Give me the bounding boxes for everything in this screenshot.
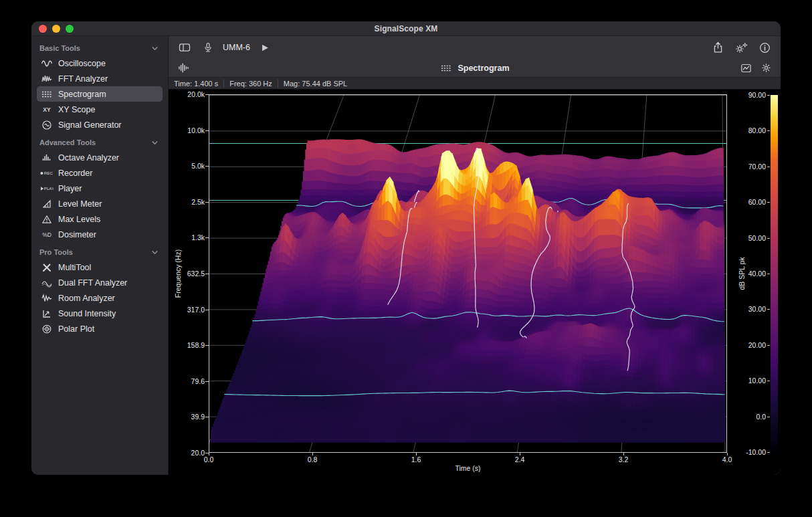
sidebar-item-recorder[interactable]: RECRecorder bbox=[37, 165, 163, 181]
sound-intensity-icon bbox=[40, 308, 54, 319]
sidebar-item-oscilloscope[interactable]: Oscilloscope bbox=[37, 56, 163, 71]
sidebar-item-signal-generator[interactable]: Signal Generator bbox=[37, 117, 163, 132]
colorbar-tick-label: 50.00 bbox=[730, 234, 766, 242]
chart-display-icon[interactable] bbox=[739, 62, 752, 75]
colorbar-tick-mark bbox=[767, 202, 770, 203]
x-axis-label: Time (s) bbox=[209, 464, 727, 472]
sidebar-item-label: Level Meter bbox=[58, 199, 102, 209]
sidebar-item-polar-plot[interactable]: Polar Plot bbox=[37, 321, 163, 336]
input-device-label[interactable]: UMM-6 bbox=[223, 43, 250, 52]
view-header-actions bbox=[739, 62, 773, 75]
colorbar-tick-label: 70.00 bbox=[730, 163, 766, 171]
y-tick-label: 317.0 bbox=[170, 306, 205, 314]
sidebar-item-label: FFT Analyzer bbox=[58, 74, 108, 84]
cursor-readout-bar: Time: 1.400 s Freq: 360 Hz Mag: 75.44 dB… bbox=[169, 78, 781, 90]
view-title: Spectrogram bbox=[458, 64, 509, 73]
main-panel: UMM-6 Spectrogram bbox=[169, 36, 781, 475]
colorbar-tick-label: 80.00 bbox=[730, 126, 766, 134]
signal-generator-icon bbox=[40, 120, 54, 130]
colorbar-tick-label: 90.00 bbox=[730, 91, 766, 99]
colorbar-tick-mark bbox=[767, 309, 770, 310]
section-label: Advanced Tools bbox=[39, 138, 96, 146]
window-title: SignalScope XM bbox=[31, 24, 781, 33]
sidebar-item-label: Sound Intensity bbox=[58, 309, 116, 318]
sidebar-item-xy-scope[interactable]: XYXY Scope bbox=[37, 102, 163, 117]
octave-analyzer-icon bbox=[40, 152, 54, 163]
sidebar-item-room-analyzer[interactable]: Room Analyzer bbox=[37, 290, 163, 306]
svg-text:XY: XY bbox=[43, 106, 51, 113]
sidebar-item-label: XY Scope bbox=[58, 105, 95, 114]
chevron-down-icon[interactable] bbox=[148, 247, 161, 257]
y-tick-mark bbox=[205, 130, 209, 131]
sidebar-item-label: Max Levels bbox=[58, 215, 100, 224]
y-tick-mark bbox=[205, 345, 209, 346]
microphone-icon[interactable] bbox=[201, 41, 215, 54]
play-button[interactable] bbox=[258, 41, 272, 54]
colorbar-tick-mark bbox=[767, 167, 770, 167]
y-tick-label: 632.5 bbox=[170, 270, 205, 278]
y-tick-mark bbox=[205, 237, 209, 238]
x-tick-mark bbox=[312, 453, 313, 455]
sidebar-item-label: Polar Plot bbox=[58, 324, 94, 334]
window-content: Basic ToolsOscilloscopeFFT AnalyzerSpect… bbox=[31, 36, 781, 475]
section-header-basic-tools: Basic Tools bbox=[31, 38, 168, 56]
colorbar-tick-mark bbox=[767, 130, 770, 131]
info-icon[interactable] bbox=[758, 41, 771, 54]
cursor-time-readout: Time: 1.400 s bbox=[169, 80, 224, 88]
x-tick-label: 0.0 bbox=[194, 455, 223, 463]
minimize-button[interactable] bbox=[52, 25, 60, 33]
sidebar-item-octave-analyzer[interactable]: Octave Analyzer bbox=[37, 150, 163, 165]
zoom-button[interactable] bbox=[66, 25, 74, 33]
colorbar-tick-mark bbox=[767, 274, 770, 274]
colorbar-tick-mark bbox=[767, 417, 770, 417]
cursor-freq-readout: Freq: 360 Hz bbox=[224, 80, 278, 88]
sidebar-item-label: Dual FFT Analyzer bbox=[58, 278, 127, 288]
sidebar-item-max-levels[interactable]: Max Levels bbox=[37, 211, 163, 227]
x-tick-mark bbox=[416, 453, 417, 455]
sidebar-item-dual-fft-analyzer[interactable]: Dual FFT Analyzer bbox=[37, 275, 163, 290]
y-tick-mark bbox=[205, 166, 209, 167]
colorbar-tick-mark bbox=[767, 345, 770, 346]
x-tick-mark bbox=[520, 453, 520, 455]
colorbar-tick-mark bbox=[767, 238, 770, 239]
y-tick-label: 39.9 bbox=[170, 413, 205, 421]
x-tick-label: 2.4 bbox=[505, 455, 534, 463]
chevron-down-icon[interactable] bbox=[148, 43, 161, 54]
sidebar-item-dosimeter[interactable]: %DDosimeter bbox=[37, 227, 163, 242]
sidebar-item-multitool[interactable]: MultiTool bbox=[37, 260, 163, 275]
svg-text:PLAY: PLAY bbox=[44, 186, 54, 191]
svg-text:%D: %D bbox=[42, 231, 52, 238]
section-header-advanced-tools: Advanced Tools bbox=[31, 132, 168, 150]
spectrogram-canvas[interactable] bbox=[209, 95, 726, 452]
sidebar-item-label: MultiTool bbox=[58, 263, 91, 272]
sidebar-item-label: Spectrogram bbox=[58, 90, 106, 99]
y-tick-mark bbox=[205, 94, 209, 95]
toolbar: UMM-6 bbox=[169, 36, 781, 59]
y-tick-label: 2.5k bbox=[170, 198, 205, 206]
y-tick-mark bbox=[205, 310, 209, 310]
sidebar-toggle-icon[interactable] bbox=[178, 41, 191, 54]
sidebar-item-label: Recorder bbox=[58, 169, 92, 178]
view-settings-gear-icon[interactable] bbox=[759, 62, 773, 75]
section-header-pro-tools: Pro Tools bbox=[31, 242, 168, 260]
sidebar-item-fft-analyzer[interactable]: FFT Analyzer bbox=[37, 71, 163, 86]
close-button[interactable] bbox=[39, 25, 47, 33]
sidebar-item-label: Player bbox=[58, 184, 82, 193]
colorbar bbox=[771, 95, 778, 452]
sidebar-item-sound-intensity[interactable]: Sound Intensity bbox=[37, 306, 163, 321]
waveform-icon[interactable] bbox=[177, 62, 190, 75]
sidebar-item-level-meter[interactable]: Level Meter bbox=[37, 196, 163, 211]
titlebar[interactable]: SignalScope XM bbox=[31, 21, 781, 36]
sidebar-item-spectrogram[interactable]: Spectrogram bbox=[37, 86, 163, 102]
desktop: SignalScope XM Basic ToolsOscilloscopeFF… bbox=[0, 0, 812, 517]
sidebar-item-player[interactable]: PLAYPlayer bbox=[37, 181, 163, 196]
share-icon[interactable] bbox=[711, 41, 724, 54]
y-tick-label: 1.3k bbox=[170, 233, 205, 241]
chevron-down-icon[interactable] bbox=[148, 137, 161, 148]
sidebar-item-label: Signal Generator bbox=[58, 120, 122, 130]
settings-gears-icon[interactable] bbox=[734, 41, 748, 54]
colorbar-tick-mark bbox=[767, 452, 770, 453]
view-title-group: Spectrogram bbox=[169, 62, 781, 75]
y-tick-label: 20.0k bbox=[170, 90, 205, 98]
cursor-mag-readout: Mag: 75.44 dB SPL bbox=[278, 80, 352, 88]
